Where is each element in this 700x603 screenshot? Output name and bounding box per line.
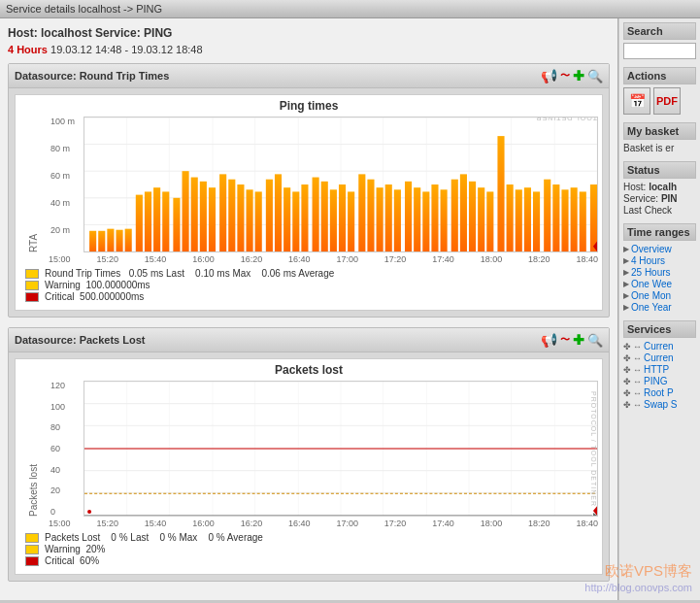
chart-container-rtt: Ping times RTA 100 m 80 m 60 m 40 m 20 m [15,94,603,311]
add-icon[interactable]: ✚ [573,68,584,84]
sidebar-section-time-ranges: Time ranges Overview 4 Hours 25 Hours On… [623,223,696,313]
svg-rect-51 [394,189,401,251]
sidebar-section-search: Search [623,22,696,59]
service-current-1[interactable]: ✤↔ Curren [623,341,696,352]
datasource-panel-rtt: Datasource: Round Trip Times 📢 〜 ✚ 🔍 Pin… [8,63,610,318]
pdf-action-btn[interactable]: PDF [653,87,681,115]
svg-rect-25 [153,187,160,251]
status-title: Status [623,161,696,179]
time-range-one-week[interactable]: One Wee [623,279,696,289]
legend-row-pl-1: Packets Lost 0 % Last 0 % Max 0 % Averag… [25,532,592,543]
svg-rect-22 [125,229,132,251]
chart-container-pl: Packets lost Packets lost 120 100 80 60 … [15,358,603,575]
status-service: Service: PIN [623,193,696,204]
svg-rect-29 [191,178,198,251]
svg-rect-42 [313,178,319,251]
time-range-one-month[interactable]: One Mon [623,290,696,301]
graph-icon[interactable]: 〜 [560,69,570,83]
svg-rect-27 [173,198,180,251]
svg-rect-61 [486,191,493,251]
status-last-check: Last Check [623,205,696,216]
svg-rect-26 [162,191,169,251]
svg-rect-32 [219,174,226,251]
svg-rect-56 [441,189,448,251]
svg-rect-66 [533,191,540,251]
add-icon-pl[interactable]: ✚ [573,332,584,348]
search-title: Search [623,22,696,40]
svg-rect-20 [107,229,114,251]
legend-box-rtt-1 [25,269,39,279]
time-range-overview[interactable]: Overview [623,244,696,254]
action-buttons: 📅 PDF [623,87,696,115]
svg-rect-59 [469,182,476,251]
svg-rect-69 [561,189,568,251]
legend-rtt: Round Trip Times 0.05 ms Last 0.10 ms Ma… [25,268,592,302]
svg-rect-41 [301,184,308,251]
svg-rect-58 [460,174,467,251]
speaker-icon-pl[interactable]: 📢 [541,332,557,348]
service-root-p[interactable]: ✤↔ Root P [623,387,696,398]
svg-rect-55 [431,184,438,251]
zoom-icon[interactable]: 🔍 [587,69,603,84]
sidebar-section-basket: My basket Basket is er [623,122,696,153]
svg-rect-28 [183,171,189,251]
host-info: Host: localhost Service: PING [8,26,610,40]
graph-icon-pl[interactable]: 〜 [560,333,570,347]
legend-box-pl-1 [25,533,39,543]
service-current-2[interactable]: ✤↔ Curren [623,352,696,363]
svg-rect-47 [358,174,365,251]
svg-rect-19 [98,231,105,251]
svg-rect-48 [367,180,374,251]
svg-rect-62 [497,136,504,251]
svg-rect-49 [377,187,383,251]
time-range-info: 4 Hours 19.03.12 14:48 - 19.03.12 18:48 [8,44,610,55]
svg-rect-67 [544,180,550,251]
time-range-one-year[interactable]: One Year [623,302,696,313]
calendar-action-btn[interactable]: 📅 [623,87,650,115]
svg-rect-39 [283,187,290,251]
svg-rect-21 [116,230,122,251]
svg-rect-43 [321,182,328,251]
time-range-25hours[interactable]: 25 Hours [623,267,696,278]
service-ping[interactable]: ✤↔ PING [623,376,696,386]
time-range-4hours[interactable]: 4 Hours [623,255,696,266]
legend-row-rtt-2: Warning 100.000000ms [25,280,592,290]
speaker-icon[interactable]: 📢 [541,68,557,84]
legend-row-pl-2: Warning 20% [25,544,592,554]
svg-rect-23 [136,195,143,251]
y-ticks-pl: 120 100 80 60 40 20 0 [50,381,83,517]
status-host: Host: localh [623,182,696,192]
svg-rect-34 [237,184,244,251]
chart-inner-rtt: PROTOCOL / TOOL DETINER [83,117,598,252]
svg-rect-18 [89,231,96,251]
svg-rect-60 [478,187,484,251]
datasource-header-icons-pl: 📢 〜 ✚ 🔍 [541,332,603,348]
svg-rect-63 [507,184,514,251]
sidebar-section-actions: Actions 📅 PDF [623,67,696,115]
svg-rect-71 [580,191,586,251]
watermark: 欧诺VPS博客 http://blog.onovps.com [584,560,618,595]
chart-title-rtt: Ping times [19,99,598,113]
svg-rect-72 [590,184,597,251]
sidebar-section-services: Services ✤↔ Curren ✤↔ Curren ✤↔ HTTP ✤↔ … [623,320,696,410]
search-input[interactable] [623,43,696,59]
legend-row-pl-3: Critical 60% [25,555,592,566]
window-title: Service details localhost -> PING [6,3,162,15]
service-swap-s[interactable]: ✤↔ Swap S [623,399,696,410]
legend-pl: Packets Lost 0 % Last 0 % Max 0 % Averag… [25,532,592,566]
svg-rect-36 [255,191,262,251]
svg-rect-31 [209,187,216,251]
svg-rect-45 [339,184,346,251]
service-http[interactable]: ✤↔ HTTP [623,364,696,375]
services-title: Services [623,320,696,338]
svg-rect-64 [516,189,522,251]
svg-rect-70 [571,187,578,251]
x-labels-rtt: 15:0015:2015:4016:0016:2016:4017:0017:20… [19,254,598,264]
chart-area-rtt: RTA 100 m 80 m 60 m 40 m 20 m [19,117,598,252]
zoom-icon-pl[interactable]: 🔍 [587,333,603,348]
svg-rect-57 [451,180,458,251]
title-bar: Service details localhost -> PING [0,0,700,18]
svg-rect-35 [247,189,253,251]
svg-point-95 [87,510,91,514]
y-axis-pl: Packets lost [19,381,47,517]
